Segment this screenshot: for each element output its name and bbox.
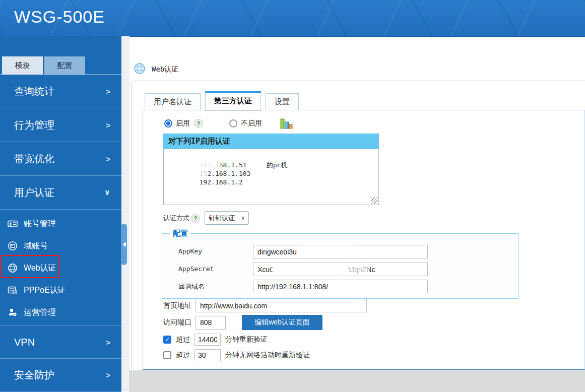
app-header: WSG-500E: [0, 0, 585, 37]
sidebar-collapse-handle[interactable]: [121, 224, 127, 265]
appsecret-field-wrap: [253, 263, 428, 276]
recheck-row: ✓ 超过 分钟重新验证: [163, 334, 268, 346]
homepage-input[interactable]: [196, 299, 367, 312]
tab-settings[interactable]: 设置: [266, 93, 299, 110]
chevron-down-icon: ∨: [104, 188, 110, 197]
submenu-label: Web认证: [24, 263, 56, 274]
redaction-smudge: [300, 247, 357, 255]
tab-username-auth[interactable]: 用户名认证: [145, 93, 201, 110]
idle-recheck-checkbox[interactable]: [163, 351, 171, 359]
sidebar-item-security[interactable]: 安全防护 >: [0, 359, 121, 392]
sidebar-item-behavior-mgmt[interactable]: 行为管理 >: [0, 108, 121, 142]
port-input[interactable]: [196, 316, 226, 330]
sidebar-item-vpn[interactable]: VPN >: [0, 325, 121, 359]
id-card-icon: [7, 218, 18, 229]
chevron-down-icon: ∨: [241, 215, 245, 221]
page-title: Web认证: [152, 65, 178, 74]
menu-label: 带宽优化: [14, 152, 54, 166]
ip-line: 192.168.1.2: [168, 169, 374, 178]
globe-icon: [134, 63, 145, 76]
auth-method-label: 认证方式: [163, 214, 189, 223]
sidebar-submenu-user-auth: 账号管理 域账号 Web认证: [0, 210, 121, 325]
config-legend: 配置: [170, 229, 190, 238]
help-icon[interactable]: ?: [191, 214, 200, 223]
chevron-right-icon: >: [106, 338, 110, 347]
auth-method-value: 钉钉认证: [209, 214, 235, 223]
bottom-gray-band: [129, 370, 585, 392]
redaction-smudge: [171, 153, 240, 160]
redaction-smudge: [171, 161, 220, 168]
homepage-row: 首页地址: [163, 299, 367, 312]
radio-enabled-label: 启用: [176, 119, 190, 128]
sidebar: 模块 配置 查询统计 > 行为管理 > 带宽优化 > 用户认证 ∨: [0, 36, 121, 392]
tab-content-panel: 启用 ? 不启用 对下列IP启用认证 192.168.1.51 的pc机 192…: [143, 110, 585, 370]
chevron-right-icon: >: [106, 87, 110, 96]
sidebar-item-user-auth[interactable]: 用户认证 ∨: [0, 176, 121, 210]
menu-label: 查询统计: [14, 85, 54, 98]
radio-disabled-label: 不启用: [241, 119, 262, 128]
idle-recheck-minutes-input[interactable]: [194, 349, 221, 361]
globe-icon: [7, 263, 18, 274]
redaction-smudge: [247, 153, 288, 159]
homepage-label: 首页地址: [163, 301, 191, 310]
tab-bar: 用户名认证 第三方认证 设置: [145, 91, 299, 110]
enable-radio-group: 启用 ? 不启用: [164, 117, 293, 129]
chevron-right-icon: >: [106, 121, 110, 129]
auth-method-row: 认证方式 ? 钉钉认证 ∨: [163, 211, 249, 225]
page: WSG-500E 模块 配置 查询统计 > 行为管理 > 带宽优化 > 用户认证…: [0, 0, 585, 392]
domain-account-icon: [7, 240, 18, 251]
radio-enabled[interactable]: [164, 119, 172, 127]
sidebar-item-bandwidth-opt[interactable]: 带宽优化 >: [0, 142, 121, 176]
recheck-minutes-input[interactable]: [194, 334, 221, 346]
menu-label: VPN: [14, 337, 35, 348]
sidebar-gutter: [121, 36, 129, 392]
sidebar-item-pppoe-auth[interactable]: PPPoE认证: [0, 279, 121, 301]
ip-list-textarea[interactable]: 192.168.1.51 的pc机 192.168.1.103 192.168.…: [163, 149, 379, 205]
idle-recheck-suffix: 分钟无网络活动时重新验证: [225, 351, 310, 360]
tab-thirdparty-auth[interactable]: 第三方认证: [205, 91, 261, 111]
redaction-smudge: [171, 170, 207, 176]
idle-recheck-row: 超过 分钟无网络活动时重新验证: [163, 349, 310, 361]
redaction-smudge: [350, 265, 368, 273]
edit-web-auth-page-button[interactable]: 编辑web认证页面: [242, 315, 322, 330]
callback-domain-field-wrap: [253, 280, 428, 293]
bar-chart-icon[interactable]: [280, 118, 293, 129]
callback-domain-label: 回调域名: [178, 282, 205, 291]
chevron-left-icon: [122, 242, 126, 247]
submenu-label: 运营管理: [24, 307, 56, 318]
ip-line: 192.168.1.51 的pc机: [168, 152, 374, 161]
chevron-right-icon: >: [106, 371, 110, 379]
menu-label: 安全防护: [14, 368, 54, 382]
ip-list-header: 对下列IP启用认证: [163, 134, 379, 149]
sidebar-tab-modules[interactable]: 模块: [2, 56, 43, 75]
port-label: 访问端口: [163, 318, 191, 327]
sidebar-item-account-mgmt[interactable]: 账号管理: [0, 213, 121, 235]
appsecret-label: AppSecret: [178, 265, 214, 273]
chevron-right-icon: >: [106, 155, 110, 163]
sidebar-item-web-auth[interactable]: Web认证: [0, 257, 121, 279]
operator-icon: [7, 307, 18, 318]
callback-domain-input[interactable]: [253, 280, 428, 293]
recheck-suffix: 分钟重新验证: [225, 335, 268, 344]
submenu-label: PPPoE认证: [24, 285, 66, 296]
redaction-smudge: [273, 265, 348, 273]
sidebar-item-domain-account[interactable]: 域账号: [0, 235, 121, 257]
recheck-checkbox[interactable]: ✓: [163, 336, 171, 344]
breadcrumb: Web认证: [134, 63, 178, 76]
appkey-field-wrap: [253, 245, 428, 258]
radio-disabled[interactable]: [229, 119, 237, 127]
sidebar-tab-bar: 模块 配置: [2, 56, 85, 75]
document-check-icon: [7, 285, 18, 296]
sidebar-item-query-stats[interactable]: 查询统计 >: [0, 75, 121, 108]
auth-method-select[interactable]: 钉钉认证 ∨: [205, 211, 249, 225]
menu-label: 用户认证: [14, 186, 54, 200]
resize-handle[interactable]: [371, 198, 377, 204]
app-title: WSG-500E: [14, 7, 105, 27]
idle-recheck-prefix: 超过: [176, 351, 190, 360]
sidebar-tab-config[interactable]: 配置: [44, 56, 85, 75]
help-icon[interactable]: ?: [194, 119, 203, 128]
recheck-prefix: 超过: [176, 335, 190, 344]
appkey-label: AppKey: [178, 247, 202, 255]
submenu-label: 域账号: [24, 241, 48, 251]
sidebar-item-operations-mgmt[interactable]: 运营管理: [0, 301, 121, 323]
